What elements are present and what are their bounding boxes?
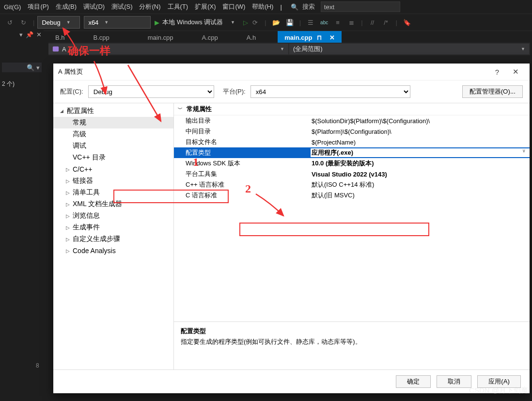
property-panel: ﹀ 常规属性 输出目录$(SolutionDir)$(Platform)\$(C… [174, 103, 530, 369]
property-tree[interactable]: 配置属性 常规 高级 调试 VC++ 目录 C/C++ 链接器 清单工具 XML… [53, 103, 174, 369]
chevron-down-icon[interactable]: ▼ [227, 17, 238, 28]
save-icon[interactable]: 💾 [284, 17, 295, 28]
search-label: 搜索 [302, 2, 315, 11]
redo-icon[interactable]: ↻ [18, 17, 29, 28]
config-value: Debug [42, 19, 60, 26]
tree-linker[interactable]: 链接器 [53, 175, 173, 187]
left-note: 2 个) [0, 79, 44, 89]
close-icon[interactable]: ✕ [329, 34, 335, 41]
tab-main-active[interactable]: main.cpp ⊓ ✕ [278, 31, 342, 44]
tree-ccpp[interactable]: C/C++ [53, 163, 173, 175]
menu-help[interactable]: 帮助(H) [252, 2, 273, 11]
menu-window[interactable]: 窗口(W) [222, 2, 245, 11]
prop-target[interactable]: 目标文件名$(ProjectName) [174, 137, 530, 147]
menu-git[interactable]: Git(G) [4, 3, 21, 11]
scope-combo[interactable]: (全局范围) ▼ [289, 44, 529, 54]
chevron-down-icon: ▼ [521, 47, 525, 51]
menubar: Git(G) 项目(P) 生成(B) 调试(D) 测试(S) 分析(N) 工具(… [0, 0, 532, 14]
menu-debug[interactable]: 调试(D) [83, 2, 105, 11]
tree-root[interactable]: 配置属性 [53, 105, 173, 117]
chevron-down-icon: ▼ [66, 20, 71, 25]
prop-sdk[interactable]: Windows SDK 版本10.0 (最新安装的版本) [174, 158, 530, 169]
close-icon[interactable]: ✕ [36, 31, 42, 38]
tree-vcdirs[interactable]: VC++ 目录 [53, 152, 173, 163]
dialog-footer: 确定 取消 应用(A) [53, 369, 530, 393]
platform-select[interactable]: x64 [250, 85, 410, 98]
play-outline-icon[interactable]: ▷ [243, 19, 248, 26]
undo-icon[interactable]: ↺ [4, 17, 15, 28]
tree-xml[interactable]: XML 文档生成器 [53, 198, 173, 210]
collapse-icon[interactable]: ﹀ [178, 106, 184, 112]
status-num: 8 [36, 362, 39, 369]
tree-advanced[interactable]: 高级 [53, 128, 173, 140]
menu-test[interactable]: 测试(S) [111, 2, 132, 11]
tab-acpp[interactable]: A.cpp [195, 31, 225, 44]
help-icon[interactable]: ? [488, 64, 506, 79]
dialog-filters: 配置(C): Debug 平台(P): x64 配置管理器(O)... [53, 80, 530, 103]
chevron-down-icon: ▼ [104, 20, 109, 25]
property-grid[interactable]: 输出目录$(SolutionDir)$(Platform)\$(Configur… [174, 115, 530, 321]
tree-analysis[interactable]: Code Analysis [53, 245, 173, 257]
uncomment-icon[interactable]: /* [381, 17, 391, 28]
menu-extensions[interactable]: 扩展(X) [195, 2, 216, 11]
svg-rect-0 [53, 47, 59, 52]
context-bar: A ▼ (全局范围) ▼ [48, 43, 530, 55]
chevron-down-icon: ▼ [280, 47, 284, 51]
outdent-icon[interactable]: ≣ [346, 17, 357, 28]
menu-analyze[interactable]: 分析(N) [139, 2, 160, 11]
prop-toolset[interactable]: 平台工具集Visual Studio 2022 (v143) [174, 169, 530, 179]
search-input[interactable] [321, 1, 400, 12]
prop-cstd[interactable]: C 语言标准默认(旧 MSVC) [174, 190, 530, 201]
chevron-down-icon: ∨ [522, 148, 526, 153]
tab-bh[interactable]: B.h [48, 31, 72, 44]
platform-label: 平台(P): [223, 87, 246, 96]
cancel-button[interactable]: 取消 [437, 375, 471, 388]
tab-main1[interactable]: main.cpp [141, 31, 180, 44]
play-icon[interactable]: ▶ [155, 19, 159, 26]
config-dropdown[interactable]: Debug ▼ [37, 16, 80, 29]
menu-project[interactable]: 项目(P) [28, 2, 48, 11]
bookmark-icon[interactable]: 🔖 [402, 17, 412, 28]
search-icon: 🔍 [27, 64, 34, 71]
folder-icon[interactable]: 📂 [271, 17, 282, 28]
indent-icon[interactable]: ≡ [332, 17, 343, 28]
debugger-label[interactable]: 本地 Windows 调试器 [162, 18, 223, 27]
ok-button[interactable]: 确定 [396, 375, 431, 388]
tree-debug[interactable]: 调试 [53, 140, 173, 152]
menu-tools[interactable]: 工具(T) [168, 2, 188, 11]
pin-icon[interactable]: 📌 [26, 31, 33, 38]
abc-icon[interactable]: abc [319, 17, 329, 28]
tree-buildevents[interactable]: 生成事件 [53, 222, 173, 233]
properties-dialog: A 属性页 ? ✕ 配置(C): Debug 平台(P): x64 配置管理器(… [53, 64, 530, 393]
prop-outdir[interactable]: 输出目录$(SolutionDir)$(Platform)\$(Configur… [174, 115, 530, 126]
toolbar: ↺ ↻ | Debug ▼ x64 ▼ ▶ 本地 Windows 调试器 ▼ ▷… [0, 14, 532, 31]
prop-header[interactable]: ﹀ 常规属性 [174, 103, 530, 115]
prop-intdir[interactable]: 中间目录$(Platform)\$(Configuration)\ [174, 126, 530, 137]
menu-build[interactable]: 生成(B) [56, 2, 77, 11]
platform-dropdown[interactable]: x64 ▼ [84, 16, 151, 29]
desc-title: 配置类型 [181, 327, 523, 336]
search-icon[interactable]: 🔍 [291, 3, 298, 11]
close-icon[interactable]: ✕ [506, 64, 525, 79]
prop-cppstd[interactable]: C++ 语言标准默认(ISO C++14 标准) [174, 179, 530, 190]
project-combo[interactable]: A ▼ [48, 44, 288, 54]
tree-browse[interactable]: 浏览信息 [53, 210, 173, 222]
platform-value: x64 [88, 19, 98, 26]
list-icon[interactable]: ☰ [305, 17, 316, 28]
dropdown-icon[interactable]: ▾ [19, 31, 23, 38]
description-box: 配置类型 指定要生成的程序类型(例如可执行文件、静态库，动态库等等)。 [174, 321, 530, 369]
comment-icon[interactable]: // [367, 17, 378, 28]
tree-manifest[interactable]: 清单工具 [53, 187, 173, 198]
tab-ah[interactable]: A.h [240, 31, 263, 44]
tree-general[interactable]: 常规 [53, 117, 173, 128]
editor-tabs: B.h B.cpp main.cpp A.cpp A.h main.cpp ⊓ … [0, 31, 532, 44]
config-select[interactable]: Debug [88, 85, 214, 98]
pin-icon[interactable]: ⊓ [317, 34, 322, 41]
prop-configtype[interactable]: 配置类型应用程序(.exe)∨ [174, 147, 530, 158]
config-manager-button[interactable]: 配置管理器(O)... [462, 85, 523, 98]
search-box[interactable]: 🔍▾ [2, 63, 42, 72]
apply-button[interactable]: 应用(A) [477, 375, 521, 388]
tree-custom[interactable]: 自定义生成步骤 [53, 233, 173, 245]
toolbar-icon[interactable]: ⟳ [250, 17, 260, 28]
tab-bcpp[interactable]: B.cpp [87, 31, 116, 44]
